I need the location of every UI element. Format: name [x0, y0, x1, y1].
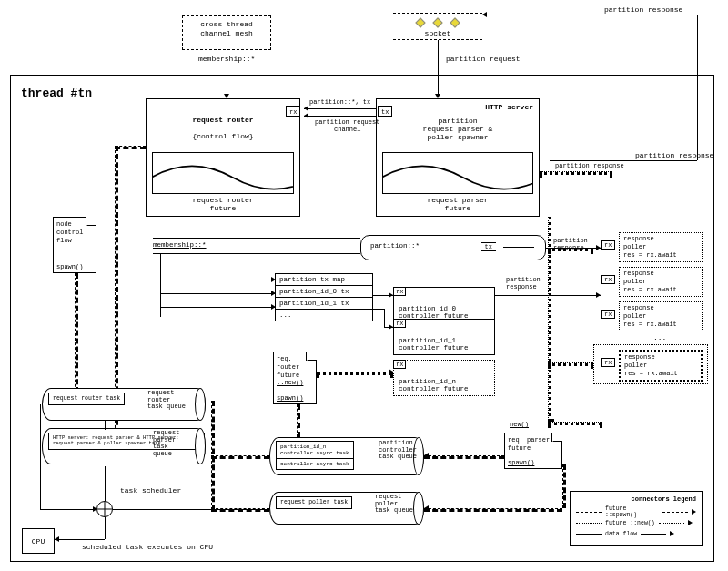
node-note-l2: control	[56, 229, 83, 237]
router-task-inner: request router task	[48, 393, 125, 405]
node-note: node control flow spawn()	[53, 217, 96, 273]
line	[153, 253, 360, 254]
controller-dots: ...	[435, 346, 448, 354]
arrow-icon	[596, 245, 601, 250]
response-poller: response poller res = rx.await	[619, 267, 703, 297]
cpu-box: CPU	[22, 528, 55, 554]
node-note-spawn: spawn()	[56, 263, 83, 270]
parser-task-queue: HTTP server: request parser & HTTP serve…	[42, 428, 206, 464]
membership-row-label: membership::*	[153, 241, 207, 249]
connectors-legend: connectors legend future ::spawn() futur…	[570, 491, 703, 546]
spawn-line	[297, 404, 300, 437]
line	[546, 248, 601, 249]
partition-response-dotted-label: partition response	[555, 162, 624, 169]
legend-data-label: data flow	[605, 531, 637, 537]
legend-new-row: future ::new()	[576, 517, 696, 528]
line	[105, 466, 106, 501]
controller-0: rx partition_id_0 controller future	[393, 287, 495, 323]
socket-diamond-icon	[432, 17, 442, 27]
poller-title: response poller	[623, 270, 698, 286]
legend-spawn-label: future ::spawn()	[605, 505, 659, 518]
parser-task-inner: HTTP server: request parser & HTTP serve…	[48, 433, 205, 450]
poller-res: res = rx.await	[623, 321, 698, 329]
partition-tx-map: partition tx map partition_id_0 tx parti…	[275, 273, 373, 321]
controller-0-label: partition_id_0 controller future	[399, 305, 469, 320]
http-server-box: HTTP server partition request parser & p…	[376, 98, 540, 217]
channel-label: partition request channel	[315, 118, 379, 133]
membership-label: membership::*	[198, 55, 255, 63]
new-line	[548, 362, 593, 366]
spawn-line	[424, 455, 504, 459]
line	[105, 517, 106, 539]
scheduler-exec-label: scheduled task executes on CPU	[82, 543, 213, 551]
socket-label: socket	[393, 29, 482, 37]
response-poller: response poller res = rx.await	[619, 232, 703, 262]
router-q-label: request router task queue	[147, 390, 186, 411]
line	[160, 293, 275, 294]
arrow-icon	[389, 292, 393, 298]
line	[153, 238, 360, 239]
parser-note-l1: req. parser	[508, 436, 550, 444]
socket-box: socket	[393, 13, 482, 40]
arrow-icon	[271, 277, 276, 282]
router-future-label: request router future	[147, 196, 299, 212]
arrow-icon	[271, 291, 276, 296]
spawn-line	[115, 146, 146, 149]
task-scheduler-icon	[96, 501, 113, 517]
txmap-row: partition_id_1 tx	[276, 297, 372, 309]
spawn-line	[211, 455, 269, 459]
line	[304, 108, 377, 109]
req-note-l2: router	[277, 363, 303, 372]
poller-res: res = rx.await	[623, 251, 698, 260]
arrow-icon	[55, 536, 59, 542]
http-server-sub: partition request parser & poller spawne…	[380, 117, 535, 141]
line	[384, 309, 385, 327]
controller-n-label: partition_id_n controller future	[399, 378, 469, 393]
poller-q-label: request poller task queue	[375, 494, 413, 515]
req-router-note: req. router future ..new() spawn()	[273, 352, 317, 404]
request-router-title: request router	[192, 116, 253, 124]
legend-data-row: data flow	[576, 528, 696, 539]
response-poller: response poller res = rx.await	[619, 301, 703, 331]
parser-q-label: request parser task queue	[153, 430, 179, 458]
partition-star-label: partition::*	[370, 242, 420, 250]
rx-box: rx	[601, 275, 615, 284]
arrow-icon	[389, 324, 393, 330]
rx-chip: rx	[286, 106, 300, 117]
poller-title: response poller	[623, 304, 698, 321]
poller-dots: ...	[653, 333, 666, 342]
partition-q-label: partition controller task queue	[379, 440, 417, 461]
rx-chip: rx	[393, 287, 406, 296]
http-server-title: HTTP server	[485, 103, 533, 111]
arrow-icon	[482, 12, 487, 17]
spawn-line	[211, 401, 215, 510]
socket-diamond-icon	[450, 17, 460, 27]
poller-res: res = rx.await	[623, 286, 698, 294]
poller-last-group	[593, 344, 708, 384]
rx-box: rx	[601, 240, 615, 250]
arrow-icon	[424, 453, 429, 458]
line	[304, 116, 377, 117]
spawn-line	[562, 464, 566, 508]
txmap-row: partition_id_0 tx	[276, 285, 372, 297]
line	[40, 509, 96, 510]
arrow-icon	[304, 106, 308, 111]
partition-q-inner-top: partition_id_n controller async task	[276, 441, 354, 459]
txmap-title: partition tx map	[276, 274, 372, 285]
arrow-icon	[424, 505, 429, 511]
req-note-l1: req.	[277, 355, 303, 363]
line	[482, 15, 697, 15]
partition-response-label: partition response	[604, 5, 682, 14]
req-note-l3: future	[277, 372, 303, 380]
torn-doc-icon	[382, 152, 533, 194]
torn-doc-icon	[152, 152, 294, 194]
rx-chip: rx	[393, 319, 406, 328]
line	[55, 539, 105, 540]
parser-note-new: new()	[510, 421, 529, 428]
req-note-spawn: spawn()	[277, 394, 303, 402]
legend-spawn-row: future ::spawn()	[576, 506, 696, 517]
arrow-icon	[93, 506, 97, 512]
ctrl-resp-label: partition response	[506, 276, 541, 291]
partition-q-inner-bot: controller async task	[276, 458, 354, 470]
cross-thread-mesh-box: cross thread channel mesh	[182, 15, 271, 50]
